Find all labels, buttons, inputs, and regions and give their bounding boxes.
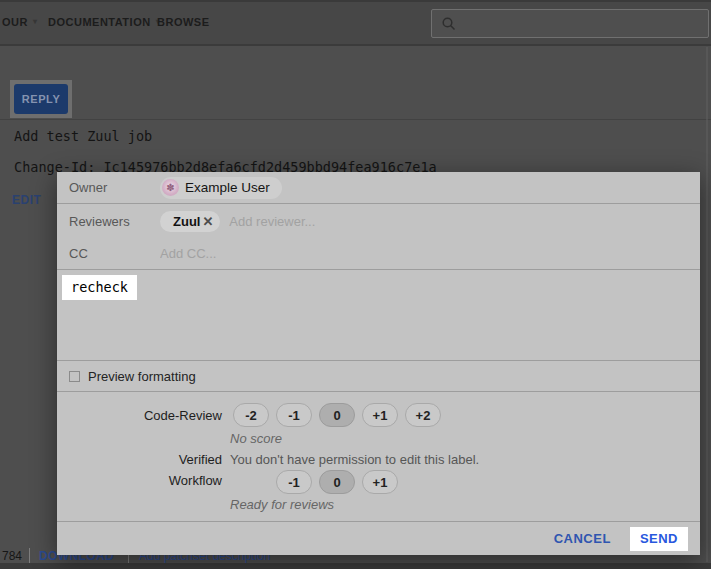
preview-formatting-row: Preview formatting (57, 361, 700, 392)
commit-message-subject: Add test Zuul job (14, 128, 152, 144)
nav-menu-browse-label: BROWSE (157, 16, 210, 28)
reply-message-textarea[interactable]: recheck (57, 270, 700, 361)
reviewer-chip-zuul[interactable]: Zuul ✕ (160, 211, 220, 232)
reply-message-text: recheck (62, 275, 137, 300)
search-input[interactable] (457, 10, 708, 37)
verified-permission-message: You don't have permission to edit this l… (230, 452, 479, 467)
score-button-zero-selected[interactable]: 0 (319, 470, 355, 494)
owner-row: Owner ✽ Example User (57, 172, 700, 204)
cc-row: CC (57, 238, 700, 270)
edit-link[interactable]: EDIT (12, 193, 41, 207)
reviewers-label: Reviewers (69, 214, 160, 229)
score-button-minus2[interactable]: -2 (233, 403, 269, 427)
review-scores-section: Code-Review -2 -1 0 +1 +2 No score Verif… (57, 392, 700, 522)
owner-label: Owner (69, 180, 160, 195)
workflow-label: Workflow (57, 473, 222, 488)
dialog-actions-bar: CANCEL SEND (57, 522, 700, 555)
nav-menu-documentation[interactable]: DOCUMENTATION ▾ (48, 16, 160, 28)
avatar: ✽ (162, 179, 179, 196)
search-icon (441, 16, 457, 32)
workflow-status: Ready for reviews (230, 497, 334, 512)
scrollbar-track[interactable] (706, 47, 708, 562)
remove-reviewer-icon[interactable]: ✕ (202, 215, 213, 228)
bottom-edge-bar (0, 563, 711, 569)
search-box[interactable] (431, 9, 709, 38)
code-review-label: Code-Review (57, 408, 222, 423)
reply-button[interactable]: REPLY (14, 84, 68, 114)
workflow-score-buttons: -1 0 +1 (276, 470, 398, 494)
add-reviewer-input[interactable] (229, 214, 379, 229)
score-button-minus1[interactable]: -1 (276, 470, 312, 494)
reviewers-row: Reviewers Zuul ✕ (57, 204, 700, 238)
score-button-plus1[interactable]: +1 (362, 470, 398, 494)
preview-formatting-label: Preview formatting (88, 369, 196, 384)
cancel-button[interactable]: CANCEL (554, 531, 611, 546)
reviewer-name: Zuul (173, 214, 200, 229)
code-review-score-buttons: -2 -1 0 +1 +2 (233, 403, 441, 427)
reply-dialog: Owner ✽ Example User Reviewers Zuul ✕ CC… (57, 172, 700, 555)
reply-button-highlight-ring: REPLY (10, 80, 72, 118)
section-divider-line (0, 119, 711, 120)
code-review-status: No score (230, 431, 282, 446)
cc-label: CC (69, 246, 160, 261)
patchset-number: 784 (0, 549, 22, 563)
score-button-plus1[interactable]: +1 (362, 403, 398, 427)
score-button-minus1[interactable]: -1 (276, 403, 312, 427)
send-button[interactable]: SEND (640, 531, 678, 546)
avatar-identicon-icon: ✽ (166, 183, 174, 193)
nav-menu-documentation-label: DOCUMENTATION (48, 16, 151, 28)
verified-label: Verified (57, 452, 222, 467)
chevron-down-icon: ▾ (33, 18, 38, 26)
nav-menu-browse[interactable]: BROWSE (157, 16, 210, 28)
add-cc-input[interactable] (160, 246, 310, 261)
footer-separator (29, 548, 30, 563)
gerrit-review-screen: OUR ▾ DOCUMENTATION ▾ BROWSE REPLY Add t… (0, 0, 711, 569)
preview-formatting-checkbox[interactable] (69, 371, 80, 382)
nav-menu-our[interactable]: OUR ▾ (2, 16, 37, 28)
score-button-plus2[interactable]: +2 (405, 403, 441, 427)
owner-account-chip[interactable]: ✽ Example User (160, 177, 282, 199)
nav-menu-our-label: OUR (2, 16, 28, 28)
send-button-highlight: SEND (630, 527, 688, 551)
score-button-zero-selected[interactable]: 0 (319, 403, 355, 427)
owner-name: Example User (185, 180, 270, 195)
top-navbar: OUR ▾ DOCUMENTATION ▾ BROWSE (0, 0, 711, 46)
